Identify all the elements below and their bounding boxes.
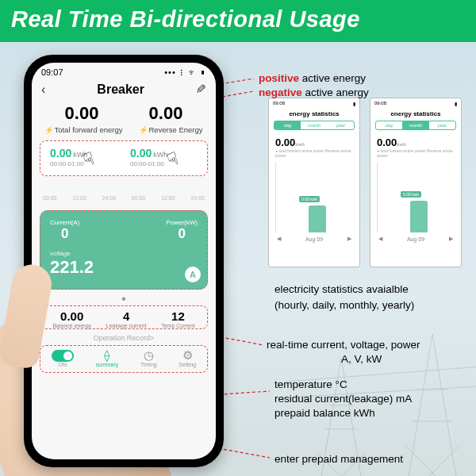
tab-month[interactable]: month (301, 121, 327, 129)
time-axis: 00:0012:0024:0000:0012:0024:00 (32, 179, 216, 205)
nav-timing[interactable]: ◷Timing (140, 349, 157, 367)
stats-screenshot-month: 09:08▮ energy statistics day month year … (370, 98, 462, 267)
balance-value: 0.00 (52, 309, 91, 323)
temp-label: Temp Current (161, 323, 194, 328)
tab-day[interactable]: day (274, 121, 301, 129)
nav-on[interactable]: ON (52, 350, 74, 367)
reverse-hour-value: 0.00 (130, 147, 152, 159)
hourly-energy-panel[interactable]: 0.00kWh 00:00-01:00 0.00kWh 00:00-01:00 … (40, 140, 208, 176)
edit-icon[interactable]: ✎ (196, 82, 206, 97)
date-label: Aug 09 (407, 236, 424, 242)
gear-icon: ⚙ (178, 349, 196, 362)
current-label: Current(A) (50, 219, 79, 226)
leakage-value: 4 (106, 309, 147, 323)
nav-setting[interactable]: ⚙Setting (178, 349, 196, 367)
bolt-icon: ⚡ (139, 125, 148, 134)
annotation-prepaid-mgmt: enter prepaid management (274, 451, 403, 467)
stats-screenshot-day: 09:08▮ energy statistics day month year … (268, 98, 360, 267)
tab-year[interactable]: year (429, 121, 455, 129)
balance-label: Balance energy (52, 323, 91, 328)
clock: 09:07 (41, 67, 63, 77)
phase-badge: A (185, 267, 201, 282)
prev-icon[interactable]: ◀ (378, 236, 382, 242)
phone-screen: 09:07 ••• ⋮ ᯤ ▮ ‹ Breaker ✎ 0.00 0.00 ⚡T… (32, 63, 216, 459)
annotation-stats: electricity statistics avaialble (hourly… (274, 282, 414, 314)
annotation-negative: negative active anergy (259, 85, 369, 101)
positive-energy-value: 0.00 (65, 103, 99, 124)
reverse-energy-label: Reverse Energy (148, 125, 202, 134)
current-value: 0 (50, 226, 79, 242)
bottom-nav: ON ⟠summary ◷Timing ⚙Setting (40, 345, 208, 373)
toggle-icon[interactable] (52, 350, 74, 362)
mini-title: energy statistics (370, 109, 461, 121)
operation-record-link[interactable]: Operation Record> (32, 331, 216, 345)
tab-day[interactable]: day (376, 121, 402, 129)
annotation-rt2: A, V, kW (341, 351, 382, 367)
date-label: Aug 09 (305, 236, 323, 242)
next-icon[interactable]: ▶ (347, 236, 351, 242)
temp-value: 12 (161, 309, 194, 323)
leakage-label: Leakage current (106, 323, 147, 328)
negative-energy-value: 0.00 (149, 103, 183, 124)
clock-icon: ◷ (140, 349, 157, 362)
forward-energy-label: Total forward energy (54, 125, 122, 134)
annotation-prepaid-balance: prepaid balance kWh (274, 405, 375, 421)
metrics-row: 0.00Balance energy 4Leakage current 12Te… (40, 305, 208, 329)
pager-dots: • (32, 294, 216, 304)
back-icon[interactable]: ‹ (41, 83, 45, 97)
mini-title: energy statistics (269, 109, 359, 121)
status-bar: 09:07 ••• ⋮ ᯤ ▮ (32, 63, 216, 79)
banner: Real Time Bi-directional Usage (0, 0, 476, 42)
tab-month[interactable]: month (402, 121, 428, 129)
voltage-label: voltage (50, 250, 198, 257)
status-icons: ••• ⋮ ᯤ ▮ (164, 67, 206, 77)
prev-icon[interactable]: ◀ (277, 236, 281, 242)
voltage-value: 221.2 (50, 257, 198, 278)
tabs: day month year (274, 121, 355, 130)
phone-frame: 09:07 ••• ⋮ ᯤ ▮ ‹ Breaker ✎ 0.00 0.00 ⚡T… (24, 55, 224, 467)
next-icon[interactable]: ▶ (449, 236, 453, 242)
nav-summary[interactable]: ⟠summary (95, 349, 118, 367)
bolt-icon: ⚡ (44, 125, 54, 134)
tab-year[interactable]: year (328, 121, 354, 129)
power-value: 0 (166, 226, 198, 242)
coins-icon: ⟠ (95, 349, 118, 362)
power-label: Power(kW) (166, 219, 198, 226)
realtime-card[interactable]: Current(A) 0 Power(kW) 0 voltage 221.2 A (40, 210, 208, 290)
forward-hour-value: 0.00 (50, 147, 71, 159)
screen-title: Breaker (97, 83, 144, 97)
